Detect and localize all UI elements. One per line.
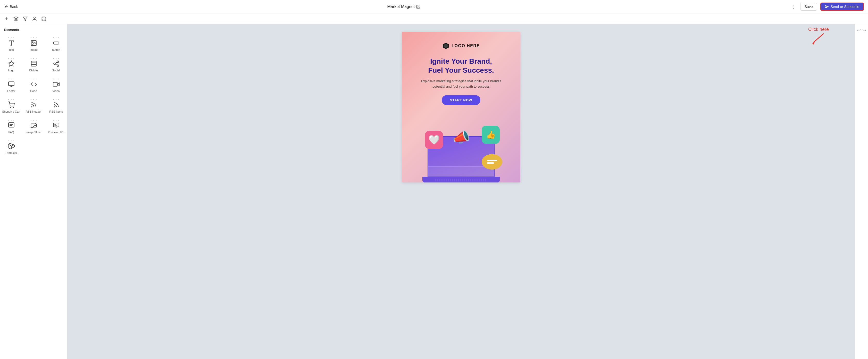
back-button[interactable]: Back — [4, 4, 18, 9]
svg-line-11 — [55, 64, 57, 65]
header-left: Back — [4, 4, 18, 9]
logo-icon — [7, 60, 16, 68]
divider-icon — [30, 60, 38, 68]
video-label: Video — [53, 89, 60, 92]
drag-handle-preview-url — [53, 120, 60, 121]
email-illustration: 🤍 👍 📣 — [409, 121, 513, 182]
element-button[interactable]: Button — [45, 34, 67, 54]
elements-title: Elements — [0, 24, 67, 34]
edit-icon[interactable] — [416, 5, 420, 9]
page-title: Market Magnet — [388, 4, 415, 9]
element-footer[interactable]: Footer — [1, 76, 22, 95]
chat-line-2 — [487, 162, 494, 163]
add-element-button[interactable] — [4, 16, 9, 21]
drag-handle-button — [53, 37, 60, 38]
logo-label: Logo — [8, 69, 14, 72]
float-heart-icon: 🤍 — [425, 131, 443, 149]
back-label: Back — [10, 5, 18, 9]
person-button[interactable] — [32, 16, 37, 21]
send-or-schedule-button[interactable]: Send or Schedule — [820, 3, 864, 11]
svg-point-10 — [57, 65, 59, 66]
send-label: Send or Schedule — [831, 5, 859, 9]
click-here-annotation: Click here — [808, 27, 829, 45]
laptop-base — [423, 177, 500, 182]
save-icon-button[interactable] — [41, 16, 46, 21]
header-center: Market Magnet — [388, 4, 421, 9]
drag-handle-social — [53, 58, 60, 59]
header-right: ⋮ Save Send or Schedule — [790, 3, 864, 11]
shopping-cart-icon — [7, 101, 16, 109]
email-preview: LOGO HERE Ignite Your Brand, Fuel Your S… — [402, 32, 520, 182]
float-megaphone-icon: 📣 — [451, 126, 471, 149]
more-button[interactable]: ⋮ — [790, 3, 797, 11]
element-social[interactable]: Social — [45, 55, 67, 74]
header: Back Market Magnet ⋮ Save Send or Schedu… — [0, 0, 868, 13]
text-label: Text — [8, 48, 14, 51]
element-divider[interactable]: Divider — [23, 55, 44, 74]
social-icon — [52, 60, 60, 68]
drag-handle-image-slider — [30, 120, 37, 121]
divider-label: Divider — [29, 69, 38, 72]
image-icon — [30, 39, 38, 47]
cta-area: START NOW — [409, 95, 513, 112]
preview-url-label: Preview URL — [48, 131, 64, 134]
save-button[interactable]: Save — [800, 3, 817, 10]
products-icon — [7, 142, 16, 150]
element-image-slider[interactable]: Image Slider — [23, 117, 44, 136]
keyboard-row — [428, 166, 494, 177]
redo-button[interactable]: ↪ — [862, 27, 866, 33]
image-label: Image — [30, 48, 38, 51]
click-here-text: Click here — [808, 27, 829, 32]
preview-url-icon — [52, 121, 60, 130]
element-image[interactable]: Image — [23, 34, 44, 54]
element-rss-header[interactable]: RSS Header — [23, 96, 44, 116]
main-layout: Elements Text Image — [0, 24, 868, 359]
filter-button[interactable] — [23, 16, 28, 21]
logo-hex-icon — [442, 42, 450, 50]
keyboard-dots — [435, 179, 487, 181]
rss-header-label: RSS Header — [26, 110, 42, 113]
chat-line-1 — [487, 160, 497, 161]
footer-icon — [7, 80, 16, 88]
svg-rect-5 — [31, 61, 36, 66]
image-slider-label: Image Slider — [26, 131, 42, 134]
svg-rect-17 — [53, 82, 57, 86]
logo-container: LOGO HERE — [442, 42, 480, 50]
svg-point-21 — [54, 107, 54, 107]
faq-label: FAQ — [8, 131, 14, 134]
code-icon — [30, 80, 38, 88]
element-shopping-cart[interactable]: Shopping Cart — [1, 96, 22, 116]
svg-point-0 — [34, 17, 36, 19]
svg-point-20 — [31, 107, 32, 107]
element-video[interactable]: Video — [45, 76, 67, 95]
faq-icon — [7, 121, 16, 130]
element-preview-url[interactable]: Preview URL — [45, 117, 67, 136]
element-logo[interactable]: Logo — [1, 55, 22, 74]
element-rss-items[interactable]: RSS Items — [45, 96, 67, 116]
drag-handle-image — [30, 37, 37, 38]
float-thumb-icon: 👍 — [482, 126, 500, 144]
layers-button[interactable] — [13, 16, 19, 21]
element-products[interactable]: Products — [1, 137, 22, 157]
click-arrow-icon — [811, 32, 826, 45]
svg-rect-22 — [8, 123, 14, 127]
svg-point-2 — [32, 42, 33, 42]
drag-handle-logo — [8, 58, 15, 59]
svg-line-12 — [55, 62, 57, 63]
button-label: Button — [52, 48, 60, 51]
element-code[interactable]: Code — [23, 76, 44, 95]
drag-handle-code — [30, 79, 37, 79]
email-subtext: Explosive marketing strategies that igni… — [420, 78, 502, 89]
undo-button[interactable]: ↩ — [857, 27, 861, 33]
canvas-area: Click here LOGO HERE — [67, 24, 855, 359]
email-cta-button[interactable]: START NOW — [442, 95, 480, 105]
logo-area: LOGO HERE — [409, 42, 513, 50]
drag-handle-faq — [8, 120, 15, 121]
element-faq[interactable]: FAQ — [1, 117, 22, 136]
products-label: Products — [6, 151, 17, 154]
element-text[interactable]: Text — [1, 34, 22, 54]
sidebar: Elements Text Image — [0, 24, 67, 359]
svg-point-8 — [57, 61, 59, 63]
social-label: Social — [52, 69, 60, 72]
laptop-wrap: 🤍 👍 📣 — [417, 121, 505, 182]
